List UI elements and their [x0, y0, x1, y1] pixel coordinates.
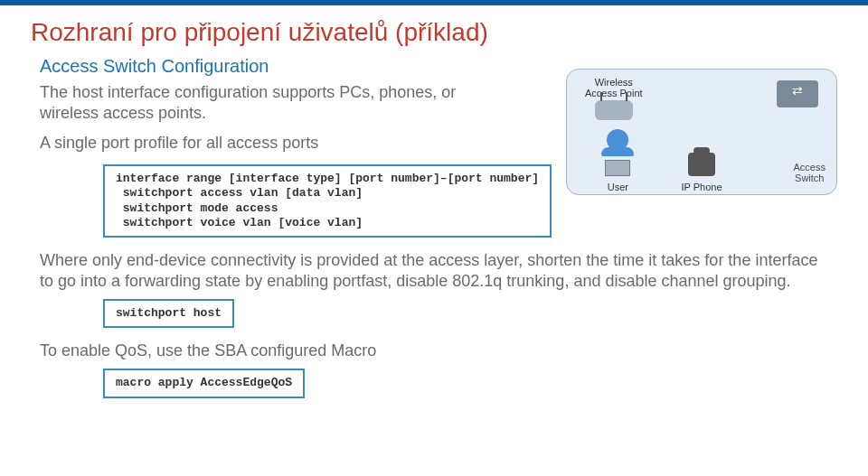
user-label: User [608, 182, 628, 192]
code-block-switchport-host: switchport host [103, 299, 234, 328]
wap-device-icon [595, 100, 633, 120]
access-switch-icon [777, 80, 818, 107]
slide-content: Rozhraní pro připojení uživatelů (příkla… [0, 5, 868, 411]
code-block-macro-apply: macro apply AccessEdgeQoS [103, 369, 305, 397]
wap-label: Wireless Access Point [585, 77, 643, 98]
user-column: User [581, 129, 654, 192]
intro-text: The host interface configuration support… [40, 82, 492, 124]
access-switch-label: Access Switch [794, 162, 826, 183]
single-port-text: A single port profile for all access por… [40, 133, 492, 154]
user-icon [607, 129, 628, 151]
switch-icon-wrapper [777, 77, 818, 107]
qos-text: To enable QoS, use the SBA configured Ma… [40, 341, 835, 361]
ip-phone-icon [688, 153, 715, 176]
code-block-interface-range: interface range [interface type] [port n… [103, 164, 552, 238]
ip-phone-label: IP Phone [681, 182, 722, 192]
wireless-access-point-icon: Wireless Access Point [585, 77, 643, 120]
monitor-icon [605, 160, 630, 176]
ip-phone-column: IP Phone [665, 153, 738, 192]
network-diagram: Wireless Access Point User IP Phone Acce… [566, 69, 837, 195]
end-device-text: Where only end-device connectivity is pr… [40, 250, 835, 292]
slide-title: Rozhraní pro připojení uživatelů (příkla… [31, 18, 837, 47]
